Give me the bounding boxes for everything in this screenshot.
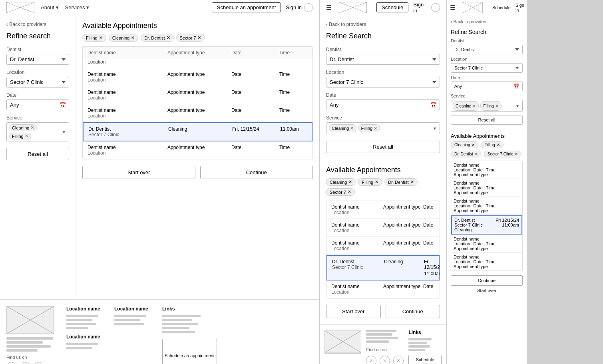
nav-signin-1[interactable]: Sign in (286, 3, 313, 12)
filter-filling-2[interactable]: Filling ✕ (358, 178, 382, 186)
dentist-select-3[interactable]: Dr. Dentist (451, 45, 523, 54)
filter-tag-filling-1[interactable]: Filling ✕ (82, 34, 106, 42)
tag-filling-2[interactable]: Filling ✕ (358, 124, 380, 132)
continue-btn-1[interactable]: Continue (200, 166, 313, 179)
tag-filling-remove-1[interactable]: ✕ (25, 133, 28, 139)
nav-services[interactable]: Services ▾ (64, 4, 91, 11)
table-row[interactable]: Dentist name Location Appointment type D… (326, 219, 440, 237)
location-select-2[interactable]: Sector 7 Clinic (326, 77, 440, 88)
table-row[interactable]: Dentist name Location Appointment type D… (83, 104, 312, 122)
table-row[interactable]: Dentist name Location Appointment type D… (83, 68, 312, 86)
tag-cleaning-3[interactable]: Cleaning ✕ (453, 101, 479, 111)
back-link-2[interactable]: ‹ Back to providers (326, 22, 440, 27)
signin-label-2: Sign in (413, 2, 429, 14)
social-icon-2c[interactable]: ✕ (393, 356, 404, 364)
table-row[interactable]: Dentist name Location Appointment type D… (326, 201, 440, 219)
continue-btn-2[interactable]: Continue (386, 305, 440, 318)
service-tags-1[interactable]: Cleaning ✕ Filling ✕ (6, 122, 69, 141)
date-input-1[interactable] (6, 99, 69, 110)
reset-btn-2[interactable]: Reset all (326, 141, 440, 153)
table-row-selected-1[interactable]: Dr. Dentist Sector 7 Clinic Cleaning Fri… (83, 122, 312, 141)
nav-schedule-btn-1[interactable]: Schedule an appointment (212, 2, 281, 12)
start-over-link-3[interactable]: Start over (451, 288, 523, 293)
tag-filling-1[interactable]: Filling ✕ (9, 133, 31, 139)
table-row[interactable]: Dentist name Location Date Time Appointm… (451, 253, 522, 271)
logo-img-3 (463, 2, 482, 13)
filter-tag-cleaning-1[interactable]: Cleaning ✕ (109, 34, 138, 42)
social-icon-3[interactable]: ✕ (34, 362, 44, 364)
filter-tag-sector-remove-1[interactable]: ✕ (197, 35, 201, 40)
start-over-btn-2[interactable]: Start over (326, 305, 381, 318)
filter-dentist-remove-2[interactable]: ✕ (410, 179, 414, 185)
tag-cleaning-2[interactable]: Cleaning ✕ (329, 124, 356, 132)
filter-sector-remove-2[interactable]: ✕ (348, 189, 351, 195)
nav-signin-3[interactable]: Sign in (515, 3, 527, 12)
table-row[interactable]: Dentist name Location Date Time Appointm… (451, 235, 522, 253)
reset-btn-3[interactable]: Reset all (451, 115, 523, 125)
table-row[interactable]: Dentist name Location Date Time Appointm… (451, 197, 522, 215)
tag-cleaning-remove-1[interactable]: ✕ (30, 125, 34, 130)
footer-schedule-btn-1[interactable]: Schedule an appointment (162, 339, 217, 364)
nav-schedule-btn-2[interactable]: Schedule (376, 2, 408, 12)
location-select-3[interactable]: Sector 7 Clinic (451, 63, 523, 73)
filter-filling-3[interactable]: Filling ✕ (481, 141, 503, 148)
social-icon-1[interactable]: ✕ (6, 362, 17, 364)
start-over-btn-1[interactable]: Start over (82, 166, 195, 179)
main-appointments-1: Available Appointments Filling ✕ Cleanin… (76, 15, 319, 299)
tag-cleaning-remove-3[interactable]: ✕ (472, 103, 476, 109)
table-row[interactable]: Dentist name Location Appointment type D… (326, 237, 440, 255)
sidebar-1: ‹ Back to providers Refine search Dentis… (0, 15, 76, 299)
filter-tag-dentist-remove-1[interactable]: ✕ (167, 35, 170, 40)
filter-dentist-3[interactable]: Dr. Dentist ✕ (451, 151, 482, 157)
appointments-list-2: Dentist name Location Appointment type D… (326, 201, 440, 298)
filter-tag-filling-remove-1[interactable]: ✕ (99, 35, 103, 40)
filter-sector-3[interactable]: Sector 7 Clinic ✕ (484, 151, 521, 157)
nav-about[interactable]: About ▾ (39, 4, 60, 11)
tag-filling-remove-2[interactable]: ✕ (374, 126, 377, 131)
tag-cleaning-1[interactable]: Cleaning ✕ (9, 124, 37, 131)
date-wrap-3: 📅 (451, 82, 523, 91)
back-link-1[interactable]: ‹ Back to providers (6, 22, 69, 27)
hamburger-icon-3[interactable]: ☰ (450, 4, 456, 11)
date-input-3[interactable] (451, 82, 523, 91)
tag-filling-3[interactable]: Filling ✕ (480, 101, 501, 111)
filter-tag-cleaning-remove-1[interactable]: ✕ (131, 35, 135, 40)
filter-cleaning-remove-2[interactable]: ✕ (348, 179, 352, 185)
filter-tag-sector-1[interactable]: Sector 7 ✕ (176, 34, 205, 42)
tag-cleaning-remove-2[interactable]: ✕ (350, 126, 354, 131)
reset-btn-1[interactable]: Reset all (6, 148, 69, 160)
hamburger-icon-2[interactable]: ☰ (326, 4, 332, 11)
table-row-selected-3[interactable]: Dr. Dentist Fri 12/15/24 Sector 7 Clinic… (451, 215, 522, 235)
back-link-3[interactable]: ‹ Back to providers (451, 19, 523, 24)
appointments-list-1: Dentist name Appointment type Date Time … (82, 46, 313, 159)
dentist-select-2[interactable]: Dr. Dentist (326, 54, 440, 65)
social-icon-2a[interactable]: ✕ (366, 356, 376, 364)
appointments-title-2: Available Appointments (326, 166, 440, 174)
nav-schedule-label-3[interactable]: Schedule (492, 5, 511, 10)
footer-2: Find us on ✕ ✕ ✕ Links Schedule an appoi… (320, 324, 446, 364)
table-row[interactable]: Dentist name Location Date Time Appointm… (451, 161, 522, 179)
filter-dentist-2[interactable]: Dr. Dentist ✕ (384, 178, 417, 186)
filter-filling-remove-2[interactable]: ✕ (375, 179, 378, 185)
dentist-select-1[interactable]: Dr. Dentist (6, 54, 69, 65)
footer-schedule-btn-2[interactable]: Schedule an appointment (408, 355, 442, 364)
table-row[interactable]: Dentist name Location Appointment type D… (83, 86, 312, 104)
table-row-selected-2[interactable]: Dr. Dentist Sector 7 Clinic Cleaning Fri… (326, 255, 440, 280)
social-icon-2[interactable]: ✕ (20, 362, 30, 364)
service-tags-3[interactable]: Cleaning ✕ Filling ✕ (451, 100, 523, 112)
date-label-1: Date (6, 92, 69, 98)
table-row[interactable]: Dentist name Location Date Time Appointm… (451, 179, 522, 197)
filter-cleaning-3[interactable]: Cleaning ✕ (451, 141, 478, 148)
nav-signin-2[interactable]: Sign in (413, 2, 440, 14)
continue-btn-3[interactable]: Continue (451, 275, 523, 286)
table-row[interactable]: Dentist name Location Appointment type D… (83, 141, 312, 159)
filter-cleaning-2[interactable]: Cleaning ✕ (326, 178, 356, 186)
location-select-1[interactable]: Sector 7 Clinic (6, 77, 69, 88)
table-row[interactable]: Dentist name Location Appointment type D… (326, 280, 440, 298)
filter-tag-dentist-1[interactable]: Dr. Dentist ✕ (141, 34, 173, 42)
date-input-2[interactable] (326, 99, 440, 110)
tag-filling-remove-3[interactable]: ✕ (495, 103, 499, 109)
service-tags-2[interactable]: Cleaning ✕ Filling ✕ (326, 122, 440, 134)
social-icon-2b[interactable]: ✕ (380, 356, 390, 364)
filter-sector-2[interactable]: Sector 7 ✕ (326, 188, 355, 196)
